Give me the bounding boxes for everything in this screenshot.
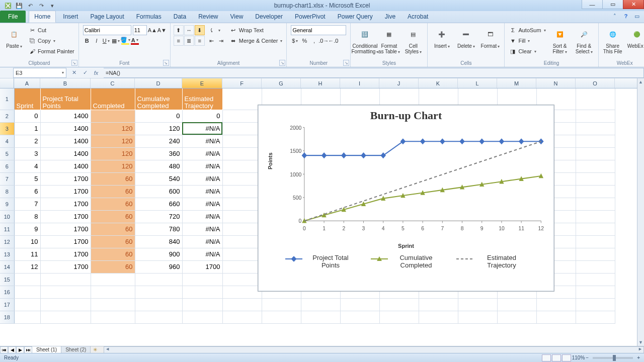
cell-A15[interactable] [14, 273, 40, 286]
row-header-3[interactable]: 3 [0, 122, 14, 135]
cell-K18[interactable] [419, 311, 458, 323]
comma-button[interactable]: , [310, 37, 318, 45]
col-header-M[interactable]: M [497, 78, 536, 88]
font-launcher[interactable]: ↘ [163, 60, 169, 66]
cell-O16[interactable] [576, 286, 615, 298]
tab-power-query[interactable]: Power Query [333, 11, 378, 23]
new-sheet-button[interactable]: ✳ [91, 347, 100, 352]
tab-jive[interactable]: Jive [380, 11, 400, 23]
cell-B2[interactable]: 1400 [40, 110, 91, 122]
cell-D1[interactable]: Cumulative Completed [135, 88, 182, 110]
conditional-formatting-button[interactable]: 🔢Conditional Formatting▾ [354, 25, 376, 55]
insert-cells-button[interactable]: ➕Insert▾ [431, 25, 453, 49]
decrease-font-icon[interactable]: A▼ [158, 26, 166, 34]
sheet-tab-active[interactable]: Sheet (1) [32, 346, 61, 353]
row-header-10[interactable]: 10 [0, 210, 14, 223]
fx-icon[interactable]: fx [92, 68, 101, 77]
cell-J17[interactable] [379, 298, 419, 311]
cell-H17[interactable] [301, 298, 340, 311]
chart-object[interactable]: Burn-up Chart Points 0500100015002000012… [258, 105, 554, 292]
zoom-slider[interactable] [593, 357, 633, 359]
help-icon[interactable]: ? [622, 12, 630, 20]
cell-C5[interactable]: 120 [91, 147, 135, 160]
cell-E4[interactable]: #N/A [182, 135, 222, 147]
cell-B16[interactable] [40, 286, 91, 298]
zoom-level[interactable]: 110% [572, 355, 585, 360]
cell-F9[interactable] [222, 198, 262, 210]
cell-E11[interactable]: #N/A [182, 223, 222, 235]
cell-F5[interactable] [222, 147, 262, 160]
cell-styles-button[interactable]: ▤Cell Styles▾ [402, 25, 424, 55]
cell-F3[interactable] [222, 122, 262, 135]
cell-K17[interactable] [419, 298, 458, 311]
col-header-A[interactable]: A [14, 78, 40, 88]
percent-button[interactable]: % [300, 37, 308, 45]
sheet-nav-buttons[interactable]: ⏮ ◀ ▶ ⏭ [0, 346, 32, 353]
underline-button[interactable]: U▾ [102, 37, 110, 45]
cell-E13[interactable]: #N/A [182, 248, 222, 260]
row-header-17[interactable]: 17 [0, 298, 14, 311]
cell-B14[interactable]: 1700 [40, 260, 91, 273]
row-header-4[interactable]: 4 [0, 135, 14, 147]
col-header-B[interactable]: B [40, 78, 91, 88]
cell-O12[interactable] [576, 235, 615, 248]
cell-E1[interactable]: Estimated Trajectory [182, 88, 222, 110]
cell-C7[interactable]: 60 [91, 172, 135, 185]
cell-B17[interactable] [40, 298, 91, 311]
sheet-tab-other[interactable]: Sheet (2) [61, 346, 91, 353]
cell-A12[interactable]: 10 [14, 235, 40, 248]
row-header-1[interactable]: 1 [0, 88, 14, 110]
align-left[interactable]: ≡ [174, 36, 184, 46]
cell-L17[interactable] [458, 298, 497, 311]
row-header-18[interactable]: 18 [0, 311, 14, 323]
cell-B18[interactable] [40, 311, 91, 323]
cell-B9[interactable]: 1700 [40, 198, 91, 210]
row-header-14[interactable]: 14 [0, 260, 14, 273]
align-center[interactable]: ≣ [184, 36, 194, 46]
col-header-E[interactable]: E [182, 78, 222, 88]
cell-O8[interactable] [576, 185, 615, 198]
column-headers[interactable]: ABCDEFGHIJKLMNO [0, 78, 644, 88]
cell-O2[interactable] [576, 110, 615, 122]
ribbon-close-icon[interactable]: ▭ [633, 12, 641, 20]
sheet-nav-last[interactable]: ⏭ [24, 346, 32, 353]
col-header-D[interactable]: D [135, 78, 182, 88]
indent-decrease[interactable]: ⇤ [208, 37, 216, 45]
cell-O4[interactable] [576, 135, 615, 147]
col-header-L[interactable]: L [458, 78, 497, 88]
cell-D12[interactable]: 840 [135, 235, 182, 248]
cell-A16[interactable] [14, 286, 40, 298]
row-header-15[interactable]: 15 [0, 273, 14, 286]
cell-D18[interactable] [135, 311, 182, 323]
cell-E15[interactable] [182, 273, 222, 286]
select-all-corner[interactable] [0, 78, 14, 88]
cell-D7[interactable]: 540 [135, 172, 182, 185]
row-header-8[interactable]: 8 [0, 185, 14, 198]
cell-A1[interactable]: Sprint [14, 88, 40, 110]
copy-button[interactable]: ⿻Copy▾ [27, 36, 75, 46]
cell-M17[interactable] [497, 298, 536, 311]
col-header-F[interactable]: F [222, 78, 262, 88]
cell-O1[interactable] [576, 88, 615, 110]
cell-A6[interactable]: 4 [14, 160, 40, 172]
cell-E5[interactable]: #N/A [182, 147, 222, 160]
cancel-formula-icon[interactable]: ✕ [69, 68, 78, 77]
increase-font-icon[interactable]: A▲ [148, 26, 156, 34]
col-header-G[interactable]: G [262, 78, 301, 88]
cell-B12[interactable]: 1700 [40, 235, 91, 248]
tab-review[interactable]: Review [193, 11, 223, 23]
cell-O17[interactable] [576, 298, 615, 311]
col-header-J[interactable]: J [379, 78, 419, 88]
delete-cells-button[interactable]: ➖Delete▾ [455, 25, 477, 49]
col-header-O[interactable]: O [576, 78, 615, 88]
border-button[interactable]: ▦▾ [112, 37, 120, 45]
row-header-13[interactable]: 13 [0, 248, 14, 260]
ribbon-minimize-icon[interactable]: ˄ [611, 12, 619, 20]
cell-C16[interactable] [91, 286, 135, 298]
zoom-in-button[interactable]: + [637, 355, 640, 360]
view-break-button[interactable] [562, 354, 571, 361]
col-header-I[interactable]: I [340, 78, 379, 88]
sheet-nav-first[interactable]: ⏮ [0, 346, 8, 353]
cell-D2[interactable]: 0 [135, 110, 182, 122]
alignment-launcher[interactable]: ↘ [279, 60, 285, 66]
